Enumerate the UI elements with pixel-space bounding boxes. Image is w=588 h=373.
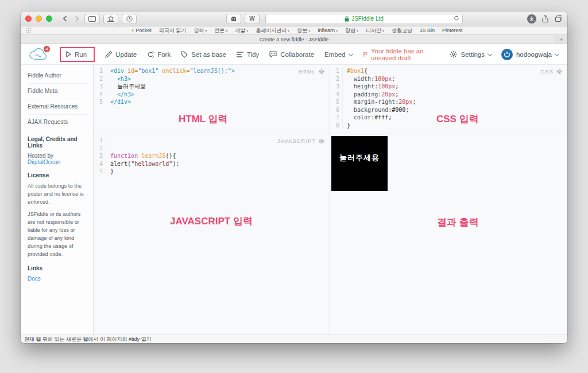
sidebar-toggle-button[interactable]	[84, 14, 100, 24]
url-text: JSFiddle Ltd	[351, 15, 384, 22]
share-icon	[542, 15, 548, 22]
tab-overview-button[interactable]	[554, 14, 563, 24]
run-button[interactable]: Run	[66, 51, 87, 58]
annotation-javascript-input: JAVASCRIPT 입력	[170, 215, 253, 228]
bookmark-item[interactable]: 개발▾	[235, 27, 248, 34]
bookmark-item[interactable]: JS Bin	[420, 27, 435, 34]
address-bar[interactable]: JSFiddle Ltd	[265, 14, 463, 24]
run-icon	[66, 51, 71, 57]
bookmark-item[interactable]: 정보▾	[297, 27, 310, 34]
digitalocean-link[interactable]: DigitalOcean	[28, 159, 60, 165]
sidebar-item-fiddle-meta[interactable]: Fiddle Meta	[28, 84, 87, 99]
embed-button[interactable]: Embed	[324, 51, 353, 58]
hosted-by-line: Hosted by DigitalOcean	[28, 150, 87, 166]
gear-icon[interactable]	[319, 138, 324, 144]
chevron-down-icon	[555, 51, 559, 55]
top-sites-button[interactable]	[103, 14, 118, 24]
forward-icon	[75, 15, 79, 22]
downloads-button[interactable]	[527, 14, 536, 24]
set-as-base-button[interactable]: Set as base	[181, 51, 226, 58]
reload-button[interactable]	[454, 15, 459, 21]
chevron-down-icon: ▾	[205, 29, 207, 33]
line-numbers: 12345	[94, 67, 106, 106]
bookmark-item[interactable]: 언론▾	[214, 27, 227, 34]
extension-button[interactable]	[226, 14, 241, 24]
html-editor-pane[interactable]: HTML 12345 <div id="box1" onclick="learn…	[94, 65, 330, 134]
bookmark-item[interactable]: 홈페이지관리▾	[256, 27, 289, 34]
pencil-icon	[105, 51, 112, 58]
annotation-result-output: 결과 출력	[437, 216, 479, 229]
bookmark-item[interactable]: 디자인▾	[366, 27, 384, 34]
sidebar: Fiddle Author Fiddle Meta External Resou…	[21, 65, 94, 335]
bookmark-items: + Pocket외국어 읽기강좌▾언론▾개발▾홈페이지관리▾정보▾inflear…	[131, 27, 463, 34]
browser-toolbar: W JSFiddle Ltd	[21, 11, 567, 26]
docs-link[interactable]: Docs	[28, 273, 87, 283]
close-window-button[interactable]	[25, 15, 32, 22]
tidy-button[interactable]: Tidy	[237, 51, 259, 58]
status-bar: 현재 탭 뒤에 있는 새로운 탭에서 이 페이지의 #tidy 열기	[21, 335, 567, 343]
unsaved-draft-message[interactable]: Your fiddle has an unsaved draft	[363, 48, 441, 61]
back-button[interactable]	[60, 14, 69, 24]
lock-icon	[345, 16, 349, 22]
jsfiddle-logo[interactable]: 4	[29, 47, 49, 62]
result-box-text: 눌러주세용	[331, 136, 388, 163]
fork-button[interactable]: Fork	[147, 51, 171, 58]
reload-icon	[454, 15, 459, 21]
result-pane: 눌러주세용 결과 출력	[330, 134, 567, 335]
user-menu[interactable]: hodoogwaja	[501, 49, 559, 60]
username: hodoogwaja	[516, 51, 552, 58]
chevron-down-icon: ▾	[336, 29, 338, 33]
bookmark-item[interactable]: 창업▾	[345, 27, 358, 34]
css-editor-pane[interactable]: CSS 12345678 #box1{ width:100px; height:…	[330, 65, 567, 134]
css-pane-label: CSS	[540, 68, 562, 75]
history-button[interactable]	[122, 14, 137, 24]
run-button-annotation: Run	[60, 47, 95, 62]
header-right: Your fiddle has an unsaved draft Setting…	[363, 48, 559, 61]
gear-icon	[450, 50, 457, 58]
fork-icon	[147, 51, 154, 58]
back-icon	[63, 15, 67, 22]
bookmark-item[interactable]: Pinterest	[442, 27, 463, 34]
chevron-down-icon: ▾	[246, 29, 248, 33]
annotation-html-input: HTML 입력	[179, 112, 228, 126]
wikipedia-extension-button[interactable]: W	[245, 14, 260, 24]
chevron-down-icon: ▾	[308, 29, 310, 33]
javascript-editor-pane[interactable]: JAVASCRIPT 12345 function learnJS(){aler…	[94, 134, 330, 335]
bookmarks-grid-icon[interactable]	[26, 28, 32, 33]
forward-button[interactable]	[72, 14, 81, 24]
sidebar-item-fiddle-author[interactable]: Fiddle Author	[28, 68, 87, 84]
tab-title[interactable]: Create a new fiddle - JSFiddle	[260, 37, 329, 42]
bookmark-item[interactable]: + Pocket	[131, 27, 152, 34]
bookmark-item[interactable]: 강좌▾	[194, 27, 207, 34]
minimize-window-button[interactable]	[36, 15, 42, 22]
power-icon	[504, 51, 510, 58]
update-button[interactable]: Update	[105, 51, 137, 58]
legal-heading: Legal, Credits and Links	[28, 130, 87, 150]
clock-icon	[126, 15, 133, 22]
collaborate-button[interactable]: Collaborate	[269, 51, 314, 58]
window-controls	[25, 15, 52, 22]
bookmark-item[interactable]: inflearn▾	[318, 27, 338, 34]
chevron-down-icon: ▾	[288, 29, 289, 33]
javascript-pane-label: JAVASCRIPT	[277, 138, 324, 144]
license-paragraph-2: JSFiddle or its authors are not responsi…	[28, 208, 87, 260]
gear-icon[interactable]	[556, 69, 562, 75]
speech-bubble-icon	[269, 51, 277, 58]
html-code-editor[interactable]: 12345 <div id="box1" onclick="learnJS();…	[94, 65, 330, 106]
result-black-box[interactable]: 눌러주세용	[331, 136, 388, 191]
sidebar-icon	[88, 16, 96, 22]
zoom-window-button[interactable]	[46, 15, 52, 22]
share-button[interactable]	[541, 14, 550, 24]
bookmark-item[interactable]: 생활코딩	[392, 27, 412, 34]
chevron-down-icon	[488, 51, 492, 55]
new-tab-button[interactable]: +	[555, 35, 567, 44]
sidebar-item-ajax-requests[interactable]: AJAX Requests	[28, 115, 87, 130]
gear-icon[interactable]	[319, 69, 324, 75]
bookmark-item[interactable]: 외국어 읽기	[159, 27, 187, 34]
tag-icon	[181, 51, 188, 58]
settings-button[interactable]: Settings	[450, 50, 492, 58]
chevron-down-icon: ▾	[382, 29, 384, 33]
extension-icon	[231, 16, 237, 22]
sidebar-item-external-resources[interactable]: External Resources	[28, 99, 87, 115]
line-numbers: 12345	[94, 137, 106, 176]
